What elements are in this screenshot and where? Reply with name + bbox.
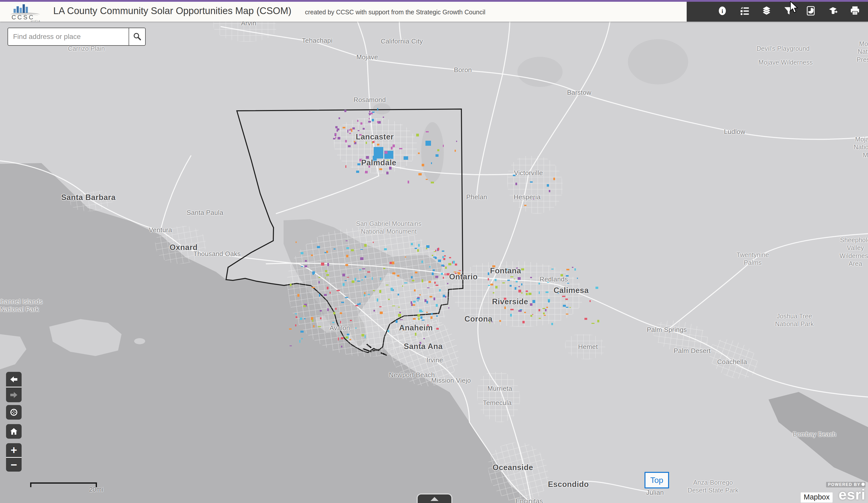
print-icon (850, 6, 860, 16)
map-label: Ventura (149, 226, 172, 234)
solar-parcel (300, 331, 304, 333)
solar-parcel (373, 310, 375, 311)
solar-parcel (443, 258, 445, 260)
layers-button[interactable] (761, 5, 772, 16)
filter-button[interactable] (783, 5, 794, 16)
solar-parcel (333, 138, 335, 140)
solar-parcel (518, 286, 520, 287)
solar-parcel (352, 280, 354, 283)
solar-parcel (566, 269, 569, 270)
map-label: Sheephole Valley Wilderness Area (840, 236, 868, 268)
solar-parcel (521, 268, 524, 270)
esri-logo[interactable]: POWERED BY esri (826, 482, 866, 501)
solar-parcel (335, 137, 336, 138)
solar-parcel (345, 264, 348, 266)
solar-parcel (345, 336, 348, 338)
solar-parcel (356, 171, 359, 173)
solar-parcel (596, 287, 599, 289)
solar-parcel (368, 294, 370, 295)
map-label: Twentynine Palms (736, 251, 769, 267)
solar-parcel (426, 179, 428, 180)
solar-parcel (366, 142, 367, 144)
zoom-out-button[interactable]: − (6, 458, 22, 472)
chart-button[interactable] (805, 5, 816, 16)
solar-parcel (324, 294, 327, 296)
search-button[interactable] (128, 28, 145, 45)
solar-parcel (399, 312, 401, 313)
solar-parcel (360, 122, 362, 125)
solar-parcel (383, 116, 384, 118)
map-canvas[interactable]: LancasterPalmdaleSanta BarbaraOxnardOnta… (0, 22, 868, 503)
solar-parcel (368, 121, 371, 123)
solar-parcel (431, 316, 432, 319)
solar-parcel (577, 278, 578, 279)
solar-parcel (312, 271, 315, 274)
solar-parcel (327, 287, 329, 290)
forward-button[interactable] (6, 387, 22, 402)
solar-parcel (299, 340, 300, 343)
solar-parcel (551, 323, 553, 325)
zoom-in-button[interactable]: + (6, 443, 22, 458)
solar-parcel (543, 312, 545, 314)
solar-parcel (532, 314, 534, 315)
solar-parcel (357, 281, 360, 282)
solar-parcel (456, 141, 457, 142)
solar-parcel (515, 183, 517, 185)
solar-parcel (327, 308, 329, 311)
solar-parcel (514, 279, 515, 280)
solar-parcel (417, 314, 420, 317)
solar-parcel (297, 294, 299, 297)
top-button[interactable]: Top (644, 472, 669, 489)
print-button[interactable] (849, 5, 860, 16)
solar-parcel (439, 289, 441, 291)
forward-arrow-icon (10, 391, 18, 399)
map-label: Joshua Tree National Park (775, 312, 814, 328)
map-label: Mojave National Preserve (857, 40, 868, 64)
solar-parcel (507, 280, 509, 281)
solar-parcel (332, 322, 334, 323)
page-title: LA County Community Solar Opportunities … (53, 6, 291, 16)
map-label: Irvine (426, 356, 443, 364)
back-button[interactable] (6, 372, 22, 387)
locate-button[interactable] (6, 405, 22, 420)
legend-button[interactable] (739, 5, 750, 16)
map-label: Boron (454, 66, 472, 74)
solar-parcel (435, 276, 438, 278)
solar-parcel (443, 277, 444, 279)
solar-parcel (395, 320, 397, 323)
solar-parcel (407, 181, 409, 183)
solar-parcel (380, 311, 383, 314)
solar-parcel (364, 244, 366, 247)
solar-parcel (319, 277, 320, 278)
solar-parcel (518, 290, 521, 292)
solar-parcel (415, 333, 416, 336)
map-label: Victorville (514, 169, 543, 177)
map-label: Coachella (717, 358, 747, 366)
solar-parcel (453, 261, 455, 264)
info-button[interactable]: i (717, 5, 728, 16)
ccsc-logo: CCSC at UCLA (7, 2, 44, 20)
attribute-table-expander[interactable] (418, 494, 451, 503)
solar-parcel (319, 294, 320, 297)
map-label: Hemet (578, 343, 598, 351)
solar-parcel (345, 240, 348, 241)
home-button[interactable] (6, 424, 22, 439)
solar-parcel (346, 255, 348, 257)
solar-parcel (521, 292, 523, 294)
home-group (6, 424, 22, 439)
solar-parcel (443, 145, 444, 147)
solar-parcel (430, 296, 433, 297)
solar-parcel (417, 298, 420, 299)
solar-parcel (434, 297, 435, 300)
solar-parcel (345, 140, 347, 143)
solar-parcel (372, 277, 373, 280)
solar-parcel (431, 182, 434, 183)
solar-parcel (313, 325, 314, 327)
solar-parcel (530, 303, 533, 306)
swipe-button[interactable] (827, 5, 838, 16)
search-input[interactable] (8, 28, 128, 45)
info-icon: i (717, 6, 727, 16)
solar-parcel (336, 127, 338, 129)
solar-parcel (320, 310, 322, 311)
solar-parcel (344, 110, 347, 112)
